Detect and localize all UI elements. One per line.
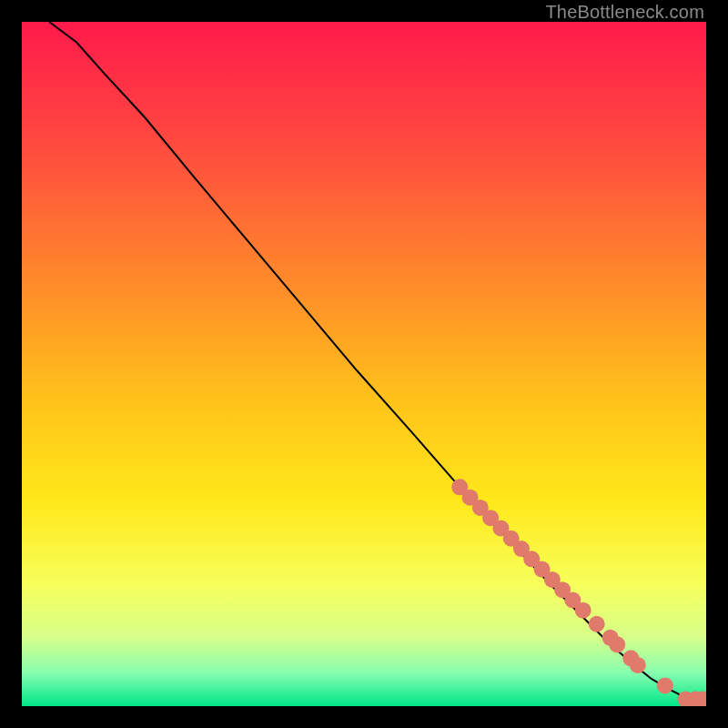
marker-dot (589, 616, 605, 632)
marker-dot (630, 657, 646, 673)
marker-dot (657, 677, 673, 693)
chart-svg (22, 22, 706, 706)
chart-frame (22, 22, 706, 706)
gradient-background (22, 22, 706, 706)
watermark-text: TheBottleneck.com (545, 2, 704, 23)
marker-dot (609, 636, 625, 652)
marker-dot (575, 602, 592, 619)
